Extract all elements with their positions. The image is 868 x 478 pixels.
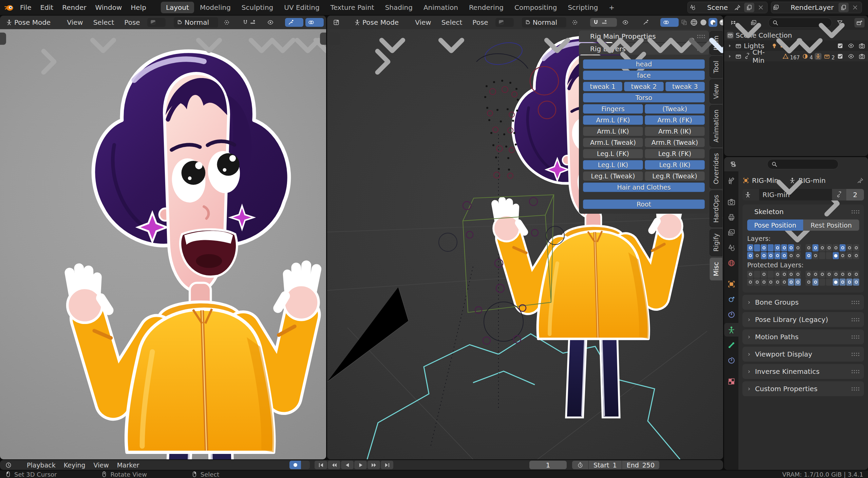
rig-layer-root[interactable]: Root <box>583 199 705 209</box>
properties-editor[interactable]: RIG-Min RIG-min RIG-min 2 Skeleton Pose … <box>724 157 868 470</box>
rig-layer-tweak-1[interactable]: tweak 1 <box>583 82 622 91</box>
drag-handle[interactable] <box>851 369 860 374</box>
header-overflow-right-icon[interactable] <box>0 33 6 45</box>
blender-logo-icon[interactable] <box>4 2 14 13</box>
tab-tool[interactable] <box>724 174 738 188</box>
delete-scene-button[interactable] <box>756 3 766 12</box>
panel-pose-library-legacy[interactable]: Pose Library (Legacy) <box>742 312 864 327</box>
rig-layer-leg-r-fk[interactable]: Leg.R (FK) <box>645 149 705 158</box>
rig-layer-tweak-2[interactable]: tweak 2 <box>624 82 663 91</box>
scene-name[interactable]: Scene <box>704 3 731 12</box>
n-panel-tab-rigify[interactable]: Rigify <box>710 229 722 256</box>
rig-layer-arm-r-ik[interactable]: Arm.R (IK) <box>645 127 705 136</box>
tab-armature-data[interactable] <box>724 323 738 337</box>
rig-layer-hair-and-clothes[interactable]: Hair and Clothes <box>583 183 705 192</box>
options-dropdown-icon[interactable] <box>860 162 865 167</box>
editor-type-selector[interactable] <box>728 160 746 169</box>
header-overflow-right-icon[interactable] <box>328 33 340 45</box>
timeline-menu-marker[interactable]: Marker <box>113 461 143 469</box>
rig-layer-leg-r-tweak[interactable]: Leg.R (Tweak) <box>645 171 705 181</box>
tab-texture[interactable] <box>724 375 738 388</box>
jump-to-end-button[interactable] <box>381 461 393 469</box>
viewport-menu-select[interactable]: Select <box>437 17 467 27</box>
tab-bone-constraints[interactable] <box>724 353 738 367</box>
n-panel-tab-misc[interactable]: Misc <box>710 257 722 281</box>
panel-motion-paths[interactable]: Motion Paths <box>742 329 864 344</box>
start-frame-field[interactable]: Start 1 <box>589 461 622 469</box>
drag-handle[interactable] <box>851 335 860 339</box>
viewport-left-canvas[interactable] <box>0 29 326 459</box>
visibility-dropdown[interactable] <box>265 18 283 27</box>
viewport-menu-pose[interactable]: Pose <box>120 17 144 27</box>
menu-edit[interactable]: Edit <box>36 2 58 13</box>
viewport-menu-pose[interactable]: Pose <box>468 17 492 27</box>
menu-render[interactable]: Render <box>58 2 91 13</box>
rig-layer-arm-l-ik[interactable]: Arm.L (IK) <box>583 127 643 136</box>
rig-layer-torso[interactable]: Torso <box>583 93 705 102</box>
scene-selector[interactable]: Scene <box>687 2 768 13</box>
tab-constraints[interactable] <box>724 308 738 321</box>
pin-scene-button[interactable] <box>733 3 743 12</box>
workspace-tab-scripting[interactable]: Scripting <box>563 2 603 13</box>
editor-type-selector[interactable] <box>331 18 349 27</box>
n-panel-tab-hardops[interactable]: HardOps <box>710 190 722 227</box>
header-overflow-left-icon[interactable] <box>320 33 326 45</box>
rig-layer-arm-l-tweak[interactable]: Arm.L (Tweak) <box>583 138 643 147</box>
panel-bone-groups[interactable]: Bone Groups <box>742 295 864 310</box>
workspace-tab-rendering[interactable]: Rendering <box>464 2 509 13</box>
xray-icon[interactable] <box>326 19 326 26</box>
new-scene-button[interactable] <box>744 3 754 12</box>
magnet-icon[interactable] <box>242 19 249 26</box>
rig-layer-arm-r-tweak[interactable]: Arm.R (Tweak) <box>645 138 705 147</box>
tab-bone[interactable] <box>724 338 738 352</box>
drag-handle[interactable] <box>851 210 860 214</box>
show-overlays-toggle[interactable] <box>660 18 679 27</box>
rest-position-button[interactable]: Rest Position <box>803 219 859 231</box>
rig-layer-tweak[interactable]: (Tweak) <box>645 104 705 114</box>
n-panel-tab-animation[interactable]: Animation <box>710 105 722 147</box>
snap-group[interactable] <box>242 19 262 26</box>
menu-help[interactable]: Help <box>126 2 151 13</box>
workspace-tab-animation[interactable]: Animation <box>418 2 463 13</box>
pivot-point-dropdown[interactable] <box>221 18 239 27</box>
editor-type-selector[interactable] <box>3 461 21 470</box>
timeline-menu-keying[interactable]: Keying <box>60 461 89 469</box>
rig-layer-leg-l-fk[interactable]: Leg.L (FK) <box>583 149 643 158</box>
menu-window[interactable]: Window <box>91 2 126 13</box>
mode-selector[interactable]: Pose Mode <box>352 17 408 27</box>
rig-layer-arm-l-fk[interactable]: Arm.L (FK) <box>583 115 643 125</box>
workspace-tab-uv-editing[interactable]: UV Editing <box>279 2 324 13</box>
jump-to-start-button[interactable] <box>315 461 327 469</box>
panel-viewport-display[interactable]: Viewport Display <box>742 347 864 362</box>
properties-search-input[interactable] <box>767 159 838 169</box>
view-layer-selector[interactable]: RenderLayer <box>771 2 862 13</box>
record-icon[interactable] <box>289 461 301 469</box>
tab-view-layer[interactable] <box>724 226 738 239</box>
new-view-layer-button[interactable] <box>838 3 849 12</box>
mode-selector[interactable]: Pose Mode <box>3 17 60 27</box>
tab-world[interactable] <box>724 256 738 270</box>
viewport-right-canvas[interactable]: Rig Main Properties Rig Layers headfacet… <box>327 29 723 459</box>
xray-icon[interactable] <box>681 19 687 26</box>
workspace-tab-modeling[interactable]: Modeling <box>195 2 236 13</box>
rig-layer-fingers[interactable]: Fingers <box>583 104 643 114</box>
tab-object[interactable] <box>724 277 738 291</box>
rig-layer-face[interactable]: face <box>583 71 705 80</box>
drag-handle[interactable] <box>851 318 860 322</box>
tab-output[interactable] <box>724 210 738 224</box>
pose-position-button[interactable]: Pose Position <box>747 219 803 231</box>
auto-keying-toggle[interactable] <box>289 461 310 469</box>
workspace-tab-layout[interactable]: Layout <box>161 2 194 13</box>
play-reverse-button[interactable] <box>341 461 354 469</box>
transform-orientation[interactable]: Normal <box>174 17 218 27</box>
menu-file[interactable]: File <box>16 2 36 13</box>
rig-layer-arm-r-fk[interactable]: Arm.R (FK) <box>645 115 705 125</box>
show-gizmo-toggle[interactable] <box>285 18 303 27</box>
n-panel-tab-overrides[interactable]: Overrides <box>710 149 722 189</box>
viewport-menu-view[interactable]: View <box>62 17 87 27</box>
add-workspace-button[interactable]: + <box>604 2 620 13</box>
falloff-dropdown[interactable] <box>495 18 514 27</box>
end-frame-field[interactable]: End 250 <box>622 461 659 469</box>
prev-keyframe-button[interactable] <box>328 461 340 469</box>
keying-dropdown[interactable] <box>301 461 310 469</box>
